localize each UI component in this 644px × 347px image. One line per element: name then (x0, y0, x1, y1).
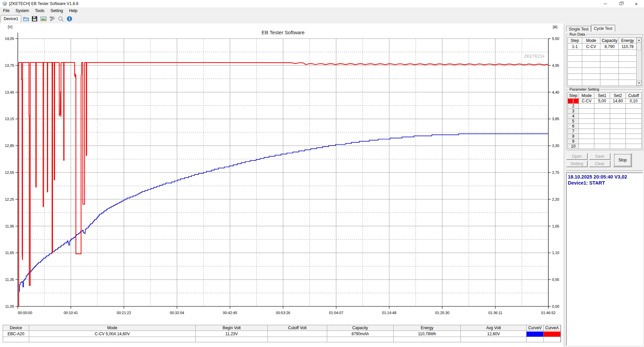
param-row-2[interactable]: 2 (568, 104, 642, 109)
image-button[interactable] (39, 15, 47, 23)
param-cell (610, 129, 626, 134)
scroll-down-icon[interactable]: ▼ (637, 81, 641, 86)
voltage-current-chart[interactable]: EB Tester SoftwareZKETECH[V][A]14,0513,7… (3, 23, 562, 322)
result-empty-cell (394, 337, 461, 342)
setting-button[interactable]: Setting (566, 160, 588, 167)
param-row-9[interactable]: 9 (568, 139, 642, 144)
param-col-set1: Set1 (594, 93, 610, 99)
run-data-row[interactable] (568, 74, 637, 80)
parameter-setting-title: Parameter Setting (568, 87, 600, 91)
run-data-cell (619, 74, 637, 80)
panel-divider (566, 170, 643, 171)
run-data-scrollbar[interactable]: ▲ ▼ (637, 37, 642, 86)
zoom-button[interactable] (57, 15, 65, 23)
x-tick-label: 00:00:00 (18, 311, 32, 315)
param-cell (626, 134, 642, 139)
run-data-row[interactable] (568, 62, 637, 68)
chart-area: EB Tester SoftwareZKETECH[V][A]14,0513,7… (0, 23, 564, 347)
v-tick-label: 12,55 (5, 170, 14, 175)
scrollbar-thumb[interactable] (637, 43, 641, 50)
run-data-cell (619, 68, 637, 74)
restore-button[interactable] (613, 0, 629, 7)
info-button[interactable] (65, 15, 73, 23)
parameter-setting-group: Parameter Setting StepModeSet1Set2Cutoff… (566, 89, 643, 150)
run-data-cell (582, 68, 600, 74)
toolbar: Device1 (0, 14, 644, 23)
tools-icon (49, 16, 55, 22)
open-folder-button[interactable] (22, 15, 30, 23)
param-row-1[interactable]: 1C-CV5,0014,600,10 (568, 99, 642, 104)
close-icon: × (635, 1, 638, 6)
a-tick-label: 2,20 (552, 197, 559, 201)
info-icon (66, 16, 72, 22)
param-row-6[interactable]: 6 (568, 124, 642, 129)
result-empty-cell (527, 337, 544, 342)
x-tick-label: 00:21:22 (117, 311, 131, 315)
param-cell (594, 144, 610, 149)
run-data-group: Run Data StepModeCapacityEnergy1-1C-CV8,… (566, 34, 643, 87)
save-button[interactable] (31, 15, 39, 23)
a-tick-label: 1,10 (552, 251, 559, 255)
param-cell (594, 119, 610, 124)
param-row-5[interactable]: 5 (568, 119, 642, 124)
result-header-mode: Mode (29, 325, 196, 331)
save-button-panel[interactable]: Save (589, 153, 610, 160)
run-data-row[interactable] (568, 80, 637, 86)
stop-button[interactable]: Stop (613, 153, 632, 167)
close-button[interactable]: × (629, 0, 644, 7)
param-cell (579, 109, 594, 114)
x-tick-label: 01:25:30 (435, 311, 449, 315)
run-data-cell (568, 74, 582, 80)
run-data-col-energy: Energy (619, 38, 637, 44)
run-data-title: Run Data (568, 32, 586, 36)
param-row-8[interactable]: 8 (568, 134, 642, 139)
a-tick-label: 4,40 (552, 90, 559, 94)
param-col-step: Step (568, 93, 579, 99)
result-header-energy: Energy (394, 325, 461, 331)
run-data-row[interactable]: 1-1C-CV8,790110,78 (568, 44, 637, 50)
run-data-row[interactable] (568, 56, 637, 62)
titlebar: [ZKETECH] EB Tester Software V1.8.8 × (0, 0, 644, 7)
result-value: EBC-A20 (3, 331, 29, 337)
result-header-cutoff-volt: Cutoff Volt (268, 325, 327, 331)
menu-file[interactable]: File (0, 8, 12, 14)
param-step-cell: 1 (568, 99, 579, 104)
result-value: 8790mAh (327, 331, 394, 337)
result-header-curvev: CurveV (527, 325, 544, 331)
param-row-10[interactable]: 10 (568, 144, 642, 149)
app-icon (2, 1, 7, 6)
result-empty-cell (268, 337, 327, 342)
run-data-row[interactable] (568, 68, 637, 74)
param-row-4[interactable]: 4 (568, 114, 642, 119)
param-cell (610, 139, 626, 144)
minimize-button[interactable] (598, 0, 613, 7)
menu-system[interactable]: System (12, 8, 32, 14)
param-col-set2: Set2 (610, 93, 626, 99)
minimize-icon (604, 4, 607, 4)
open-button[interactable]: Open (566, 153, 588, 160)
tab-cycle-test[interactable]: Cycle Test (591, 25, 615, 32)
menu-tools[interactable]: Tools (32, 8, 47, 14)
device-tab[interactable]: Device1 (1, 15, 21, 22)
parameter-table: StepModeSet1Set2Cutoff1C-CV5,0014,600,10… (567, 92, 642, 149)
param-step-cell: 8 (568, 134, 579, 139)
result-value: 110,78Wh (394, 331, 461, 337)
image-icon (40, 16, 47, 22)
v-tick-label: 11,35 (5, 278, 14, 282)
menu-setting[interactable]: Setting (47, 8, 66, 14)
run-data-col-capacity: Capacity (600, 38, 619, 44)
run-data-cell: 110,78 (619, 44, 637, 50)
tab-single-test[interactable]: Single Test (566, 26, 591, 32)
param-row-7[interactable]: 7 (568, 129, 642, 134)
result-value: C-CV 5,00A 14,60V (29, 331, 196, 337)
param-row-3[interactable]: 3 (568, 109, 642, 114)
x-tick-label: 00:10:41 (64, 311, 78, 315)
tools-button[interactable] (48, 15, 56, 23)
result-empty-cell (327, 337, 394, 342)
a-tick-label: 1,65 (552, 224, 559, 228)
menu-help[interactable]: Help (66, 8, 81, 14)
clear-button[interactable]: Clear (589, 160, 610, 167)
v-tick-label: 11,65 (5, 251, 14, 255)
run-data-row[interactable] (568, 50, 637, 56)
scroll-up-icon[interactable]: ▲ (637, 38, 641, 43)
